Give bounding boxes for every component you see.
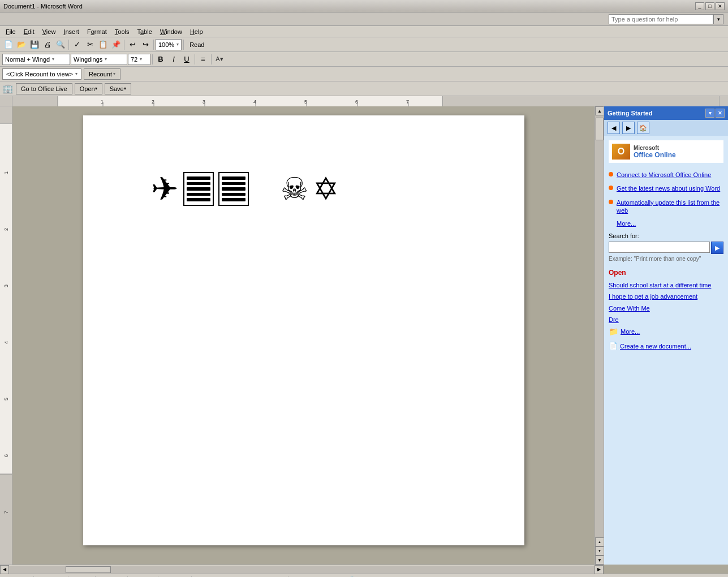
search-input[interactable] xyxy=(609,242,710,253)
symbol-line-9 xyxy=(222,193,245,196)
hscroll-right-button[interactable]: ▶ xyxy=(595,565,604,574)
search-go-button[interactable]: ▶ xyxy=(711,242,723,254)
spell-button[interactable]: ✓ xyxy=(71,38,83,51)
menu-file[interactable]: File xyxy=(2,27,19,36)
panel-expand-button[interactable]: ▾ xyxy=(705,109,714,118)
menu-tools[interactable]: Tools xyxy=(111,27,133,36)
zoom-arrow-icon: ▾ xyxy=(176,42,179,47)
panel-back-button[interactable]: ◀ xyxy=(608,122,620,134)
sep7 xyxy=(211,54,212,64)
more-link-1[interactable]: More... xyxy=(617,220,723,227)
open-file-3[interactable]: Come With Me xyxy=(609,304,723,312)
panel-forward-button[interactable]: ▶ xyxy=(622,122,635,134)
open-section: Open Should school start at a different … xyxy=(609,269,723,350)
sep2 xyxy=(124,40,124,50)
svg-rect-20 xyxy=(0,123,12,474)
help-input[interactable] xyxy=(609,14,713,24)
menu-edit[interactable]: Edit xyxy=(20,27,38,36)
paste-button[interactable]: 📌 xyxy=(110,38,122,51)
menu-window[interactable]: Window xyxy=(157,27,186,36)
panel-title: Getting Started xyxy=(608,110,652,117)
scroll-split-bottom[interactable]: ▼ xyxy=(595,546,604,556)
panel-close-button[interactable]: ✕ xyxy=(716,109,725,118)
zoom-dropdown[interactable]: 100% ▾ xyxy=(156,39,182,50)
go-live-label: Go to Office Live xyxy=(21,85,67,92)
new-button[interactable]: 📄 xyxy=(2,38,15,51)
menu-insert[interactable]: Insert xyxy=(60,27,83,36)
maximize-button[interactable]: □ xyxy=(705,2,714,10)
helpbar: ▾ xyxy=(0,12,728,26)
redo-button[interactable]: ↪ xyxy=(139,38,152,51)
size-dropdown[interactable]: 72 ▾ xyxy=(128,54,150,65)
font-dropdown[interactable]: Wingdings ▾ xyxy=(71,54,127,65)
scroll-down-button[interactable]: ▼ xyxy=(595,556,604,565)
recount-dropdown-label: <Click Recount to view> xyxy=(6,71,73,77)
create-new-link[interactable]: Create a new document... xyxy=(620,342,691,350)
menu-view[interactable]: View xyxy=(39,27,59,36)
scroll-thumb[interactable] xyxy=(596,118,604,140)
panel-body: Connect to Microsoft Office Online Get t… xyxy=(604,167,728,565)
recount-button-label: Recount xyxy=(89,71,112,77)
font-color-button[interactable]: A▾ xyxy=(213,53,226,66)
read-button[interactable]: Read xyxy=(186,38,208,51)
font-arrow-icon: ▾ xyxy=(105,57,107,62)
recount-button[interactable]: Recount ▾ xyxy=(84,68,120,80)
close-button[interactable]: ✕ xyxy=(716,2,725,10)
menu-format[interactable]: Format xyxy=(84,27,110,36)
hscroll-thumb[interactable] xyxy=(66,566,111,573)
scroll-up-button[interactable]: ▲ xyxy=(595,106,604,115)
svg-rect-1 xyxy=(12,96,58,106)
underline-button[interactable]: U xyxy=(180,53,193,66)
go-to-office-live-button[interactable]: Go to Office Live xyxy=(16,83,72,94)
hscroll-track[interactable] xyxy=(9,566,595,574)
svg-text:4: 4 xyxy=(3,341,9,344)
copy-button[interactable]: 📋 xyxy=(97,38,109,51)
connect-link[interactable]: Connect to Microsoft Office Online xyxy=(617,171,711,179)
bullet-dot-2 xyxy=(609,186,613,190)
ruler-corner xyxy=(0,96,12,106)
menu-table[interactable]: Table xyxy=(133,27,155,36)
scroll-split-top[interactable]: ▲ xyxy=(595,537,604,546)
sep3 xyxy=(153,40,154,50)
preview-button[interactable]: 🔍 xyxy=(54,38,67,51)
help-arrow-button[interactable]: ▾ xyxy=(713,14,723,24)
bullet-update: Automatically update this list from the … xyxy=(609,199,723,215)
more-files-link[interactable]: More... xyxy=(621,328,640,335)
office-logo-letter: O xyxy=(618,147,624,157)
update-link[interactable]: Automatically update this list from the … xyxy=(617,199,723,215)
recount-dropdown[interactable]: <Click Recount to view> ▾ xyxy=(2,68,81,80)
new-doc-icon: 📄 xyxy=(609,342,618,350)
menu-help[interactable]: Help xyxy=(187,27,206,36)
align-left-button[interactable]: ≡ xyxy=(197,53,209,66)
open-tb-button[interactable]: 📂 xyxy=(15,38,28,51)
save-tb-button[interactable]: 💾 xyxy=(28,38,41,51)
menubar: File Edit View Insert Format Tools Table… xyxy=(0,26,728,37)
save-button[interactable]: Save ▾ xyxy=(105,83,131,94)
print-button[interactable]: 🖨 xyxy=(41,38,54,51)
toolbar-formatting: Normal + Wingd ▾ Wingdings ▾ 72 ▾ B I U … xyxy=(0,52,728,67)
panel-home-button[interactable]: 🏠 xyxy=(637,122,649,134)
open-file-4[interactable]: Dre xyxy=(609,316,723,324)
open-file-2[interactable]: I hope to get a job advancement xyxy=(609,292,723,300)
svg-rect-2 xyxy=(442,96,719,106)
open-file-1[interactable]: Should school start at a different time xyxy=(609,281,723,289)
open-arrow-icon: ▾ xyxy=(95,86,97,91)
italic-button[interactable]: I xyxy=(167,53,180,66)
news-link[interactable]: Get the latest news about using Word xyxy=(617,184,720,192)
cut-button[interactable]: ✂ xyxy=(84,38,96,51)
document-area[interactable]: ✈ xyxy=(12,106,595,565)
sep1 xyxy=(68,40,69,50)
getting-started-panel: Getting Started ▾ ✕ ◀ ▶ 🏠 O Microsoft Of… xyxy=(604,106,728,565)
hscroll-left-button[interactable]: ◀ xyxy=(0,565,9,574)
scroll-track[interactable] xyxy=(595,115,604,537)
minimize-button[interactable]: _ xyxy=(695,2,704,10)
svg-text:2: 2 xyxy=(3,228,9,231)
titlebar: Document1 - Microsoft Word _ □ ✕ xyxy=(0,0,728,12)
style-dropdown[interactable]: Normal + Wingd ▾ xyxy=(2,54,70,65)
save-arrow-icon: ▾ xyxy=(124,86,126,91)
bold-button[interactable]: B xyxy=(154,53,167,66)
document-list-symbol-1 xyxy=(183,172,214,206)
open-button[interactable]: Open ▾ xyxy=(75,83,102,94)
bullet-news: Get the latest news about using Word xyxy=(609,184,723,192)
undo-button[interactable]: ↩ xyxy=(126,38,139,51)
